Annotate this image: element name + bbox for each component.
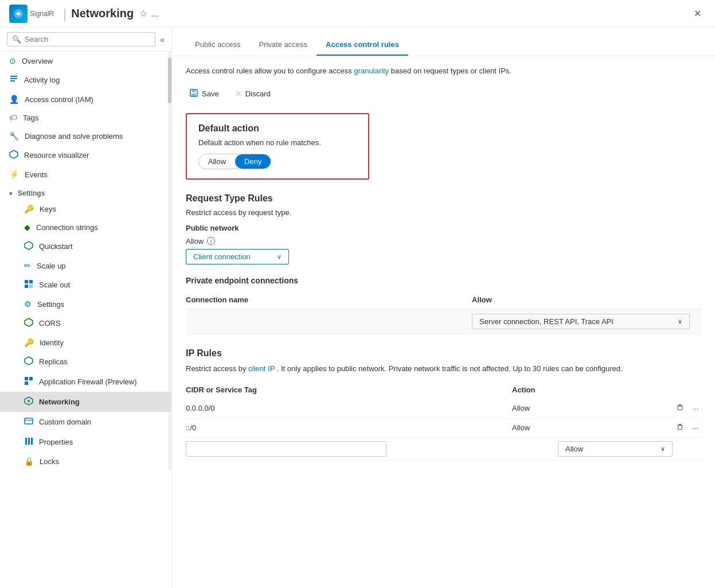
info-icon: i xyxy=(207,237,215,245)
sidebar-item-label: Diagnose and solve problems xyxy=(25,132,123,141)
sidebar: 🔍 « ⊙ Overview Activity log 👤 xyxy=(0,28,172,588)
granularity-link[interactable]: granularity xyxy=(354,67,389,75)
public-network-title: Public network xyxy=(186,224,701,232)
svg-rect-18 xyxy=(25,420,33,420)
svg-rect-21 xyxy=(31,438,33,445)
search-input[interactable] xyxy=(25,35,150,44)
ip-new-row: Allow ∨ xyxy=(186,438,701,461)
sidebar-item-cors[interactable]: CORS xyxy=(0,313,171,333)
allow-value-dropdown[interactable]: Server connection, REST API, Trace API ∨ xyxy=(472,314,690,329)
sidebar-item-overview[interactable]: ⊙ Overview xyxy=(0,52,171,70)
sidebar-item-app-firewall[interactable]: Application Firewall (Preview) xyxy=(0,372,171,392)
sidebar-item-properties[interactable]: Properties xyxy=(0,432,171,452)
delete-ip-rule-0-button[interactable] xyxy=(674,402,686,414)
public-network-subsection: Public network Allow i Client connection… xyxy=(186,224,701,264)
default-action-toggle[interactable]: Allow Deny xyxy=(198,154,271,169)
chevron-down-icon: ∨ xyxy=(678,318,682,325)
sidebar-item-label: Locks xyxy=(40,457,59,466)
tab-bar: Public access Private access Access cont… xyxy=(172,34,715,56)
request-type-rules-desc: Restrict access by request type. xyxy=(186,208,701,217)
sidebar-item-quickstart[interactable]: Quickstart xyxy=(0,236,171,256)
svg-rect-32 xyxy=(678,426,678,430)
client-ip-link[interactable]: client IP xyxy=(248,364,275,373)
discard-button[interactable]: ✕ Discard xyxy=(232,87,274,100)
dropdown-value: Client connection xyxy=(193,252,251,261)
sidebar-item-events[interactable]: ⚡ Events xyxy=(0,165,171,184)
collapse-sidebar-button[interactable]: « xyxy=(160,35,165,44)
sidebar-item-scale-up[interactable]: ✏ Scale up xyxy=(0,256,171,275)
description: Access control rules allow you to config… xyxy=(186,65,701,77)
sidebar-item-scale-out[interactable]: Scale out xyxy=(0,275,171,295)
scale-out-icon xyxy=(24,279,33,290)
cidr-value-0: 0.0.0.0/0 xyxy=(186,404,512,412)
action-dropdown-value: Allow xyxy=(565,445,583,453)
svg-marker-4 xyxy=(10,150,18,158)
save-button[interactable]: Save xyxy=(186,86,222,102)
favorite-icon[interactable]: ☆ xyxy=(139,8,147,19)
more-options-ip-rule-0-button[interactable]: ··· xyxy=(690,403,701,414)
private-endpoint-subsection: Private endpoint connections Connection … xyxy=(186,276,701,334)
request-type-rules-section: Request Type Rules Restrict access by re… xyxy=(186,193,701,334)
sidebar-item-label: Resource visualizer xyxy=(24,151,89,159)
sidebar-item-diagnose[interactable]: 🔧 Diagnose and solve problems xyxy=(0,127,171,145)
svg-rect-23 xyxy=(192,89,196,92)
content-body: Access control rules allow you to config… xyxy=(172,56,715,470)
action-dropdown[interactable]: Allow ∨ xyxy=(558,441,673,457)
svg-rect-13 xyxy=(29,377,33,380)
svg-rect-29 xyxy=(678,410,682,410)
svg-rect-33 xyxy=(682,426,682,430)
sidebar-item-resource-visualizer[interactable]: Resource visualizer xyxy=(0,145,171,165)
sidebar-item-label: Overview xyxy=(22,57,53,65)
sidebar-item-activity-log[interactable]: Activity log xyxy=(0,70,171,90)
sidebar-item-replicas[interactable]: Replicas xyxy=(0,352,171,372)
svg-rect-2 xyxy=(10,78,17,79)
scale-up-icon: ✏ xyxy=(24,261,31,270)
sidebar-item-identity[interactable]: 🔑 Identity xyxy=(0,333,171,352)
tab-access-control-rules[interactable]: Access control rules xyxy=(317,34,408,56)
sidebar-item-custom-domain[interactable]: Custom domain xyxy=(0,412,171,432)
ip-row-1: ::/0 Allow ··· xyxy=(186,418,701,438)
svg-rect-19 xyxy=(25,438,27,445)
tab-public-access[interactable]: Public access xyxy=(186,34,249,56)
sidebar-item-access-control[interactable]: 👤 Access control (IAM) xyxy=(0,90,171,108)
sidebar-item-locks[interactable]: 🔒 Locks xyxy=(0,452,171,470)
events-icon: ⚡ xyxy=(9,170,19,179)
client-connection-dropdown[interactable]: Client connection ∨ xyxy=(186,249,289,264)
svg-marker-5 xyxy=(25,242,33,250)
sidebar-item-settings[interactable]: ⚙ Settings xyxy=(0,295,171,313)
quickstart-icon xyxy=(24,241,33,252)
svg-rect-17 xyxy=(25,418,33,424)
toggle-allow-button[interactable]: Allow xyxy=(199,154,235,169)
sidebar-item-keys[interactable]: 🔑 Keys xyxy=(0,200,171,218)
sidebar-item-label: Activity log xyxy=(24,76,60,84)
svg-marker-10 xyxy=(25,318,33,326)
settings-section-header[interactable]: ▾ Settings xyxy=(0,184,171,200)
allow-dropdown-cell: Server connection, REST API, Trace API ∨ xyxy=(472,314,701,329)
properties-icon xyxy=(24,437,33,447)
svg-rect-26 xyxy=(679,404,681,406)
cidr-input[interactable] xyxy=(186,441,386,457)
close-button[interactable]: ✕ xyxy=(689,6,706,21)
sidebar-item-label: Quickstart xyxy=(39,242,73,251)
search-icon: 🔍 xyxy=(12,35,21,44)
signalr-icon xyxy=(9,5,28,23)
more-options-ip-rule-1-button[interactable]: ··· xyxy=(690,422,701,434)
tab-private-access[interactable]: Private access xyxy=(249,34,317,56)
sidebar-item-label: Application Firewall (Preview) xyxy=(39,377,137,386)
toggle-deny-button[interactable]: Deny xyxy=(235,154,271,169)
sidebar-item-label: Identity xyxy=(40,338,64,347)
search-box[interactable]: 🔍 xyxy=(7,32,155,46)
chevron-down-icon: ▾ xyxy=(9,190,12,197)
replicas-icon xyxy=(24,356,33,367)
discard-label: Discard xyxy=(245,89,271,98)
svg-rect-34 xyxy=(678,429,682,430)
ip-row-0-actions: ··· xyxy=(655,402,701,414)
sidebar-item-networking[interactable]: Networking xyxy=(0,392,171,412)
sidebar-item-tags[interactable]: 🏷 Tags xyxy=(0,108,171,127)
svg-rect-7 xyxy=(29,280,33,283)
delete-ip-rule-1-button[interactable] xyxy=(674,422,686,434)
more-options-icon[interactable]: ... xyxy=(151,9,158,19)
sidebar-item-connection-strings[interactable]: ◆ Connection strings xyxy=(0,218,171,236)
sidebar-item-label: Access control (IAM) xyxy=(25,95,93,104)
col-action: Action xyxy=(512,385,655,394)
